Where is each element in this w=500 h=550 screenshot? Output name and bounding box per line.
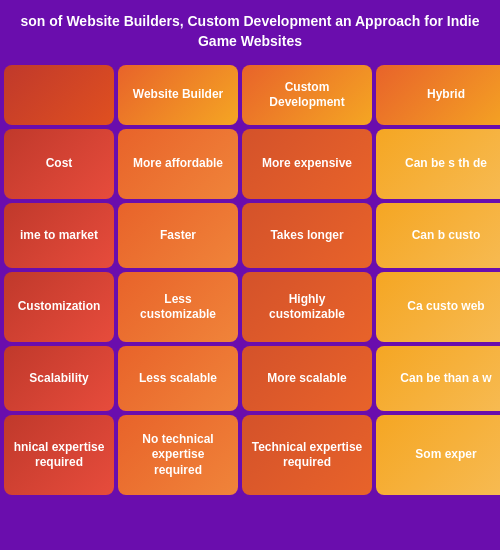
page-wrapper: son of Website Builders, Custom Developm… [0, 0, 500, 550]
row-tech-cd: Technical expertise required [242, 415, 372, 495]
row-time-wb: Faster [118, 203, 238, 268]
row-scale-hybrid: Can be than a w [376, 346, 500, 411]
row-time-hybrid: Can b custo [376, 203, 500, 268]
row-tech-wb: No technical expertise required [118, 415, 238, 495]
page-title: son of Website Builders, Custom Developm… [0, 0, 500, 61]
row-time-cd: Takes longer [242, 203, 372, 268]
header-empty [4, 65, 114, 125]
row-tech-hybrid: Som exper [376, 415, 500, 495]
header-hybrid: Hybrid [376, 65, 500, 125]
row-cost-cd: More expensive [242, 129, 372, 199]
row-time-label: ime to market [4, 203, 114, 268]
row-cost-label: Cost [4, 129, 114, 199]
row-custom-cd: Highly customizable [242, 272, 372, 342]
row-cost-wb: More affordable [118, 129, 238, 199]
row-scale-wb: Less scalable [118, 346, 238, 411]
title-text: son of Website Builders, Custom Developm… [21, 13, 480, 49]
header-website-builder: Website Builder [118, 65, 238, 125]
row-custom-wb: Less customizable [118, 272, 238, 342]
row-tech-label: hnical expertise required [4, 415, 114, 495]
comparison-table: Website Builder Custom Development Hybri… [0, 61, 500, 550]
header-custom-dev: Custom Development [242, 65, 372, 125]
row-scale-cd: More scalable [242, 346, 372, 411]
row-custom-label: Customization [4, 272, 114, 342]
row-cost-hybrid: Can be s th de [376, 129, 500, 199]
row-custom-hybrid: Ca custo web [376, 272, 500, 342]
row-scale-label: Scalability [4, 346, 114, 411]
